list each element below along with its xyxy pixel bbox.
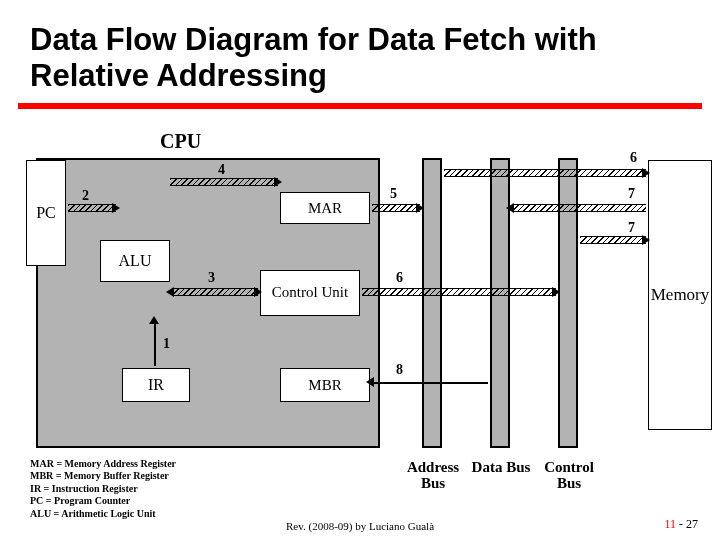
address-bus-label: Address Bus	[398, 460, 468, 492]
control-unit-box: Control Unit	[260, 270, 360, 316]
control-bus-label: Control Bus	[534, 460, 604, 492]
flow-7a	[512, 204, 646, 212]
data-bus	[490, 158, 510, 448]
flow-6a-head	[642, 168, 650, 178]
flow-5	[372, 204, 420, 212]
ir-box: IR	[122, 368, 190, 402]
step-7b: 7	[628, 220, 635, 236]
step-8: 8	[396, 362, 403, 378]
flow-7a-head	[506, 203, 514, 213]
flow-4-head	[274, 177, 282, 187]
cpu-label: CPU	[160, 130, 201, 153]
flow-8	[372, 382, 488, 384]
diagram-stage: CPU PC MAR ALU Control Unit IR MBR Memor…	[0, 120, 720, 500]
title-underline	[18, 103, 702, 109]
page-num: 27	[686, 517, 698, 531]
step-2: 2	[82, 188, 89, 204]
flow-7b	[580, 236, 646, 244]
flow-5-head	[416, 203, 424, 213]
flow-3-head-l	[166, 287, 174, 297]
step-4: 4	[218, 162, 225, 178]
pc-box: PC	[26, 160, 66, 266]
flow-1	[154, 320, 156, 366]
flow-3-head-r	[254, 287, 262, 297]
legend: MAR = Memory Address Register MBR = Memo…	[30, 458, 176, 521]
address-bus	[422, 158, 442, 448]
step-3: 3	[208, 270, 215, 286]
step-5: 5	[390, 186, 397, 202]
flow-1-head	[149, 316, 159, 324]
page-sep: -	[679, 517, 683, 531]
data-bus-label: Data Bus	[466, 460, 536, 476]
flow-6b-head	[552, 287, 560, 297]
step-6b: 6	[396, 270, 403, 286]
mar-box: MAR	[280, 192, 370, 224]
legend-line: PC = Program Counter	[30, 495, 176, 508]
page-chapter: 11	[664, 517, 676, 531]
memory-box: Memory	[648, 160, 712, 430]
flow-6a	[444, 169, 646, 177]
flow-3	[172, 288, 258, 296]
alu-box: ALU	[100, 240, 170, 282]
page-number: 11 - 27	[664, 517, 698, 532]
flow-2	[68, 204, 116, 212]
flow-2-head	[112, 203, 120, 213]
attribution: Rev. (2008-09) by Luciano Gualà	[0, 520, 720, 532]
step-7a: 7	[628, 186, 635, 202]
legend-line: ALU = Arithmetic Logic Unit	[30, 508, 176, 521]
memory-label: Memory	[651, 285, 710, 305]
flow-7b-head	[642, 235, 650, 245]
step-1: 1	[163, 336, 170, 352]
step-6a: 6	[630, 150, 637, 166]
flow-4	[170, 178, 278, 186]
page-title: Data Flow Diagram for Data Fetch with Re…	[0, 0, 720, 103]
mbr-box: MBR	[280, 368, 370, 402]
control-bus	[558, 158, 578, 448]
flow-6b	[362, 288, 556, 296]
legend-line: IR = Instruction Register	[30, 483, 176, 496]
legend-line: MBR = Memory Buffer Register	[30, 470, 176, 483]
flow-8-head	[366, 377, 374, 387]
legend-line: MAR = Memory Address Register	[30, 458, 176, 471]
